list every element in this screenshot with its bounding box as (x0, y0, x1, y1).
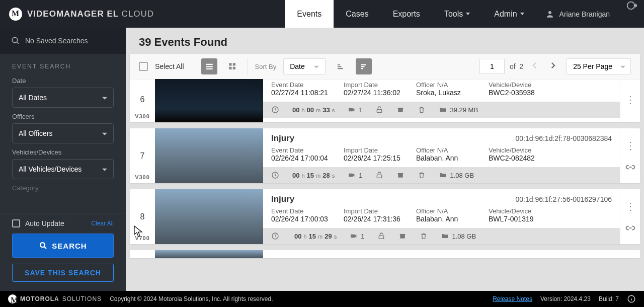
archive-icon[interactable] (396, 106, 405, 114)
officers-value: All Officers (19, 129, 52, 137)
link-icon[interactable] (625, 223, 635, 233)
more-menu-button[interactable]: ⋮ (625, 139, 635, 151)
saved-searches-label: No Saved Searches (25, 37, 88, 45)
svg-rect-16 (361, 68, 363, 69)
link-icon[interactable] (625, 162, 635, 172)
nav-cases[interactable]: Cases (334, 0, 380, 28)
svg-rect-28 (351, 235, 355, 238)
footer-brand-light: SOLUTIONS (62, 295, 102, 302)
svg-rect-10 (232, 67, 235, 69)
svg-rect-8 (232, 63, 235, 65)
sort-asc-button[interactable] (333, 58, 349, 74)
event-card[interactable]: 7 V300 Injury 00:1d:96:1d:2f:78-00306823… (130, 128, 640, 183)
sidebar: No Saved Searches EVENT SEARCH Date All … (0, 28, 126, 291)
svg-rect-5 (206, 66, 213, 67)
sort-by-select[interactable]: Date (283, 58, 326, 74)
logout-icon[interactable] (626, 0, 637, 11)
content: 39 Events Found Select All Sort By Date (126, 28, 644, 291)
officer-value: Balaban, Ann (416, 154, 476, 162)
clear-all-link[interactable]: Clear All (91, 220, 114, 227)
info-icon[interactable] (627, 294, 636, 303)
video-icon (348, 171, 356, 179)
footer-build: Build: 7 (599, 295, 619, 302)
svg-rect-12 (338, 66, 342, 67)
more-menu-button[interactable]: ⋮ (625, 200, 635, 212)
chevron-down-icon (466, 13, 470, 15)
auto-update-checkbox[interactable] (12, 219, 20, 227)
prev-page-button (528, 59, 541, 74)
nav-admin[interactable]: Admin (482, 0, 536, 28)
import-date-value: 02/26/24 17:31:36 (344, 215, 404, 223)
nav-exports[interactable]: Exports (381, 0, 432, 28)
file-size: 1.08 GB (450, 172, 474, 179)
event-index: 7 (140, 151, 145, 161)
unlock-icon[interactable] (375, 106, 383, 114)
event-index: 6 (140, 95, 145, 104)
event-date-value: 02/26/24 17:00:04 (271, 154, 332, 162)
svg-rect-7 (229, 63, 231, 65)
svg-rect-4 (206, 64, 213, 65)
unlock-icon[interactable] (377, 232, 385, 240)
device-value: BWC2-035938 (489, 89, 549, 97)
date-select[interactable]: All Dates (12, 88, 114, 108)
trash-icon[interactable] (418, 106, 426, 114)
more-menu-button[interactable]: ⋮ (625, 94, 635, 106)
grid-view-button[interactable] (224, 58, 240, 74)
sort-desc-button[interactable] (356, 58, 372, 74)
next-page-button[interactable] (546, 59, 559, 74)
event-date-value: 02/27/24 11:08:21 (271, 89, 332, 97)
file-size: 1.08 GB (452, 233, 476, 240)
folder-icon (441, 232, 449, 240)
svg-rect-26 (398, 174, 403, 178)
nav-events[interactable]: Events (285, 0, 334, 28)
event-card[interactable] (130, 250, 640, 258)
footer: MOTOROLA SOLUTIONS Copyright © 2024 Moto… (0, 291, 644, 307)
user-menu[interactable]: Ariane Branigan (536, 0, 619, 28)
nav-admin-label: Admin (494, 10, 517, 19)
event-card[interactable]: 8 V700 Injury 00:1d:96:1f:27:56-00162971… (130, 189, 640, 244)
video-icon (348, 106, 356, 114)
select-all-checkbox[interactable] (139, 62, 148, 71)
event-thumbnail[interactable] (155, 128, 263, 183)
event-list[interactable]: 6 V300 Event Date02/27/24 11:08:21 Impor… (126, 79, 644, 291)
trash-icon[interactable] (418, 171, 426, 179)
save-search-button[interactable]: SAVE THIS SEARCH (12, 264, 114, 282)
svg-rect-6 (206, 68, 213, 69)
device-label: Vehicle/Device (489, 81, 549, 89)
archive-icon[interactable] (396, 171, 405, 179)
event-thumbnail[interactable] (155, 189, 263, 244)
chevron-left-icon (530, 61, 539, 70)
event-card[interactable]: 6 V300 Event Date02/27/24 11:08:21 Impor… (130, 79, 640, 122)
search-button[interactable]: SEARCH (12, 234, 114, 258)
unlock-icon[interactable] (375, 171, 383, 179)
svg-rect-15 (361, 66, 365, 67)
duration: 00h 15m 29s (292, 233, 337, 240)
device-label: Vehicle/Device (489, 207, 549, 215)
event-thumbnail[interactable] (155, 79, 263, 122)
per-page-select[interactable]: 25 Per Page (567, 58, 631, 74)
date-label: Date (12, 77, 114, 85)
svg-rect-18 (349, 108, 353, 112)
nav-tools[interactable]: Tools (432, 0, 482, 28)
user-icon (545, 10, 554, 19)
saved-searches[interactable]: No Saved Searches (0, 28, 126, 54)
search-icon (11, 36, 20, 45)
footer-version: Version: 2024.4.23 (540, 295, 591, 302)
event-index: 8 (140, 212, 145, 221)
officer-value: Sroka, Lukasz (416, 89, 476, 97)
list-view-button[interactable] (201, 58, 217, 74)
event-mac: 00:1d:96:1f:27:56-0016297106 (515, 195, 612, 203)
search-button-label: SEARCH (52, 242, 87, 250)
archive-icon[interactable] (398, 232, 407, 240)
vehicles-select[interactable]: All Vehicles/Devices (12, 159, 114, 179)
page-input[interactable] (479, 59, 505, 74)
svg-rect-20 (398, 108, 404, 109)
trash-icon[interactable] (420, 232, 428, 240)
svg-point-2 (12, 37, 18, 43)
release-notes-link[interactable]: Release Notes (493, 295, 532, 302)
auto-update-label: Auto Update (25, 219, 64, 227)
nav-cases-label: Cases (346, 10, 368, 19)
svg-rect-19 (377, 109, 382, 112)
vehicles-value: All Vehicles/Devices (19, 165, 82, 173)
officers-select[interactable]: All Officers (12, 123, 114, 143)
